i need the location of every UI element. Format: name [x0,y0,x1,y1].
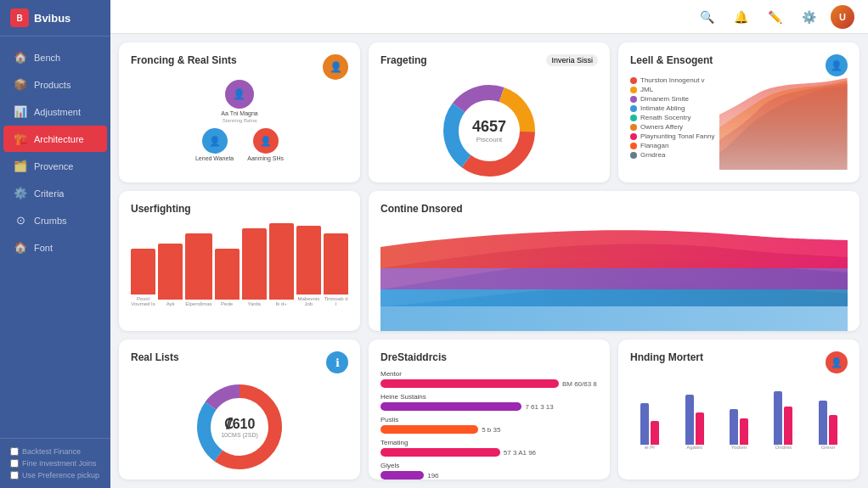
sidebar-label-products: Products [34,80,70,90]
org-name-1: Lened Waneta [195,155,234,161]
grouped-label-3: Ondres [775,445,792,450]
area-legend-dot-8 [630,152,637,159]
sidebar-item-font[interactable]: 🏠Font [3,234,107,261]
grouped-bars-4 [819,401,837,446]
bar-item-1[interactable]: Ayk [158,244,183,306]
bar-item-2[interactable]: Elpendimas [185,233,211,306]
grouped-label-0: el Pr [645,445,655,450]
bar-label-3: Pede [221,301,233,306]
sidebar-label-criteria: Criteria [34,188,64,199]
funnel-card-title: Frageting [380,54,427,66]
sidebar-footer-checkbox-0[interactable] [10,447,19,456]
bar-item-7[interactable]: Tinmoab d I [324,233,348,306]
hbar-bar-0[interactable] [380,379,559,388]
bar-item-0[interactable]: Povol Voumed Is [131,249,155,306]
hbar-value-4: 196 [427,472,438,480]
search-icon[interactable]: 🔍 [695,5,719,29]
sidebar-item-architecture[interactable]: 🏗️Architecture [3,126,107,152]
grouped-bar-0-0[interactable] [640,403,649,445]
grouped-bar-1-0[interactable] [685,395,694,446]
area-legend-item-2: Dimanem Smite [630,95,714,103]
sidebar-label-architecture: Architecture [34,134,84,144]
bar-item-3[interactable]: Pede [215,249,240,306]
area-chart-svg [719,76,848,170]
hbar-bar-2[interactable] [380,425,478,434]
funnel-center: 4657 Piscount [472,118,506,143]
org-row-bottom: 👤 Lened Waneta 👤 Aanming SHs [195,128,284,161]
grouped-bar-4-0[interactable] [819,401,827,446]
org-name-0: Aa Tni Magna [221,110,257,116]
sidebar-label-adjustment: Adjustment [34,107,81,117]
grouped-card: Hnding Mortert 👤 el PrAgatesYodomOndresG… [618,339,860,480]
hbar-chart: Mentor BM 60/63 8 Heine Sustains 7 61 3 … [380,370,598,480]
sidebar-item-adjustment[interactable]: 📊Adjustment [3,98,107,125]
sidebar-footer-checkbox-1[interactable] [10,459,19,468]
grouped-bar-0-1[interactable] [651,421,659,445]
sidebar-footer: Backtest FinanceFine Investment JoinsUse… [0,438,110,488]
bar-label-4: Yarda [247,301,261,306]
bar-label-1: Ayk [166,301,175,306]
dashboard: Froncing & Real Sints 👤 👤 Aa Tni Magna S… [110,34,868,488]
edit-icon[interactable]: ✏️ [763,5,786,29]
donut-card-title: Real Lists [131,351,179,363]
sidebar-icon-font: 🏠 [14,241,27,254]
hbar-bar-row-2: 5 b 35 [380,425,598,434]
bar-chart: Povol Voumed IsAykElpendimasPedeYardaIk … [131,222,348,306]
org-row-top: 👤 Aa Tni Magna Stanning Balna [221,80,257,123]
grouped-bar-4-1[interactable] [829,415,837,445]
grouped-bar-3-1[interactable] [784,407,792,446]
bar-label-0: Povol Voumed Is [131,296,155,306]
hbar-bar-row-4: 196 [380,471,598,480]
grouped-bar-wrap: el PrAgatesYodomOndresGresn [630,373,848,450]
grouped-bar-2-1[interactable] [740,418,748,446]
hbar-bar-1[interactable] [380,402,521,411]
bar-rect-4 [242,228,267,300]
sidebar-icon-bench: 🏠 [14,51,27,64]
hbar-bar-4[interactable] [380,471,424,480]
grouped-bars-0 [640,403,659,445]
sidebar-footer-checkbox-2[interactable] [10,471,19,480]
sidebar-footer-label-2: Use Preference pickup [22,471,99,480]
donut-center: ₡610 10CMS (2SD) [221,416,258,438]
sidebar-item-crumbs[interactable]: ⊙Crumbs [3,207,107,233]
sidebar-item-criteria[interactable]: ⚙️Criteria [3,180,107,206]
org-node-0: 👤 Aa Tni Magna Stanning Balna [221,80,257,123]
notification-icon[interactable]: 🔔 [729,5,752,29]
funnel-card-header: Frageting Inveria Sissi [380,54,598,73]
area-legend-dot-3 [630,105,637,112]
area-legend-item-8: Grndrea [630,151,714,159]
hbar-card: DreStaiddrcis Mentor BM 60/63 8 Heine Su… [369,339,610,480]
app-logo: B [10,8,29,27]
donut-info-button[interactable]: ℹ [326,351,348,373]
settings-icon[interactable]: ⚙️ [797,5,820,29]
hbar-item-3: Temating 57 3 A1 96 [380,439,598,457]
grouped-bar-2-0[interactable] [730,409,738,445]
bar-rect-6 [296,226,321,294]
hbar-value-2: 5 b 35 [482,426,500,434]
area-legend-dot-0 [630,77,637,84]
org-node-1: 👤 Lened Waneta [195,128,234,161]
grouped-bar-3-0[interactable] [774,391,782,445]
area-legend-dot-1 [630,87,637,93]
bar-item-5[interactable]: Ik d+ [269,223,294,306]
grouped-group-4: Gresn [809,401,848,451]
org-name-2: Aanming SHs [247,155,284,161]
area-card: Leell & Ensogent 👤 Thurston Innogenut vJ… [618,42,860,182]
hbar-value-0: BM 60/63 8 [562,380,597,388]
hbar-label-1: Heine Sustains [380,393,598,401]
user-avatar[interactable]: U [831,5,854,29]
sidebar-item-products[interactable]: 📦Products [3,71,107,98]
area-legend-item-7: Flanagan [630,142,714,149]
donut-sublabel: 10CMS (2SD) [221,432,258,438]
hbar-bar-3[interactable] [380,448,500,457]
area-legend-label-8: Grndrea [640,151,665,159]
grouped-bar-1-1[interactable] [696,412,704,446]
sidebar-item-bench[interactable]: 🏠Bench [3,44,107,70]
hbar-item-2: Puslis 5 b 35 [380,416,598,434]
bar-item-6[interactable]: Mabevnis Job [296,226,321,306]
stream-chart-svg [380,222,848,331]
sidebar-item-provence[interactable]: 🗂️Provence [3,153,107,179]
bar-rect-3 [215,249,240,300]
bar-item-4[interactable]: Yarda [242,228,267,306]
area-legend-label-0: Thurston Innogenut v [640,76,705,84]
